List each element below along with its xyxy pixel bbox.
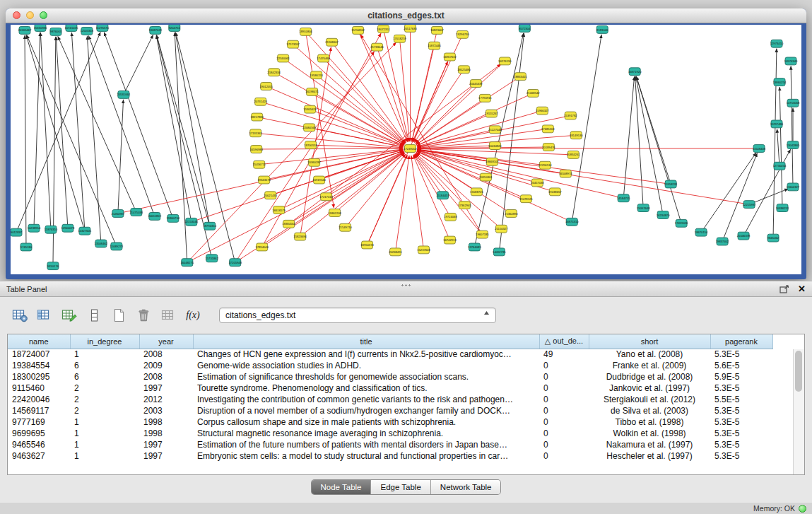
table-cell-in_degree[interactable]: 1 xyxy=(70,349,139,360)
table-cell-pagerank[interactable]: 5.3E-5 xyxy=(710,349,772,360)
table-cell-pagerank[interactable]: 5.3E-5 xyxy=(710,450,772,462)
graph-node[interactable]: 13860254 xyxy=(773,78,787,86)
graph-node[interactable]: 18794310 xyxy=(203,222,216,230)
table-cell-out_degree[interactable]: 0 xyxy=(539,382,589,394)
table-cell-out_degree[interactable]: 0 xyxy=(539,428,589,439)
row-height-button[interactable] xyxy=(84,306,104,325)
graph-node[interactable]: 11295570 xyxy=(96,25,110,31)
graph-node[interactable]: 18670154 xyxy=(695,228,708,236)
table-row[interactable]: 977716911998Corpus callosum shape and si… xyxy=(8,416,772,428)
table-row[interactable]: 1938455462009Genome-wide association stu… xyxy=(8,360,772,371)
table-cell-short[interactable]: Stergiakouli et al. (2012) xyxy=(589,394,710,405)
graph-node[interactable]: 17249402 xyxy=(404,145,417,153)
table-cell-year[interactable]: 2008 xyxy=(139,371,193,382)
graph-node[interactable]: 11548408 xyxy=(753,145,766,153)
graph-node[interactable]: 13042865 xyxy=(787,141,800,149)
table-cell-in_degree[interactable]: 1 xyxy=(70,416,139,428)
graph-node[interactable]: 15958231 xyxy=(664,180,678,188)
graph-node[interactable]: 18668107 xyxy=(486,158,499,165)
graph-node[interactable]: 20950301 xyxy=(479,173,493,181)
graph-node[interactable]: 10238954 xyxy=(28,224,41,232)
function-builder-button[interactable]: f(x) xyxy=(183,306,203,325)
table-row[interactable]: 2242004622012Investigating the contribut… xyxy=(8,394,772,405)
table-cell-short[interactable]: Wolkin et al. (1998) xyxy=(589,428,710,439)
graph-node[interactable]: 19837402 xyxy=(716,238,729,245)
close-panel-button[interactable]: ✕ xyxy=(798,284,806,293)
close-button[interactable] xyxy=(13,11,20,19)
graph-node[interactable]: 18910804 xyxy=(299,28,312,35)
graph-node[interactable]: 15089273 xyxy=(110,243,124,250)
graph-node[interactable]: 19038657 xyxy=(548,188,562,196)
graph-node[interactable]: 16616579 xyxy=(272,206,286,214)
graph-node[interactable]: 12764089 xyxy=(468,243,481,251)
graph-node[interactable]: 17685203 xyxy=(541,125,555,133)
table-row[interactable]: 1872400712008Changes of HCN gene express… xyxy=(8,349,772,360)
graph-node[interactable]: 21227044 xyxy=(488,126,502,134)
graph-node[interactable]: 19012055 xyxy=(259,83,273,90)
graph-node[interactable]: 16198471 xyxy=(305,88,319,95)
graph-node[interactable]: 11876310 xyxy=(45,226,58,233)
table-cell-in_degree[interactable]: 1 xyxy=(70,450,139,462)
graph-node[interactable]: 12215987 xyxy=(743,201,756,209)
graph-node[interactable]: 10974349 xyxy=(784,57,798,65)
table-cell-title[interactable]: Estimation of the future numbers of pati… xyxy=(193,439,539,450)
table-row[interactable]: 911546021997Tourette syndrome. Phenomeno… xyxy=(8,382,772,394)
graph-node[interactable]: 15704962 xyxy=(351,26,365,34)
graph-node[interactable]: 16457038 xyxy=(531,179,544,187)
graph-node[interactable]: 20021433 xyxy=(264,192,277,199)
table-cell-in_degree[interactable]: 2 xyxy=(70,405,139,416)
table-cell-out_degree[interactable]: 0 xyxy=(539,416,589,428)
graph-node[interactable]: 15391782 xyxy=(564,112,577,119)
graph-node[interactable]: 17790915 xyxy=(478,94,492,102)
graph-node[interactable]: 22084569 xyxy=(302,124,316,132)
table-cell-in_degree[interactable]: 6 xyxy=(70,360,139,371)
table-cell-name[interactable]: 9777169 xyxy=(8,416,70,428)
table-cell-name[interactable]: 14569117 xyxy=(8,405,70,416)
table-cell-year[interactable]: 2009 xyxy=(139,360,193,371)
graph-node[interactable]: 18833415 xyxy=(514,73,527,81)
graph-node[interactable]: 22296514 xyxy=(539,161,552,169)
graph-node[interactable]: 19586153 xyxy=(310,71,323,79)
graph-node[interactable]: 15588726 xyxy=(470,188,483,196)
graph-node[interactable]: 20189476 xyxy=(542,144,555,151)
table-cell-name[interactable]: 19384554 xyxy=(8,360,70,371)
table-row[interactable]: 969969511998Structural magnetic resonanc… xyxy=(8,428,772,439)
graph-node[interactable]: 21068542 xyxy=(526,89,540,97)
graph-node[interactable]: 19296730 xyxy=(456,30,469,38)
graph-node[interactable]: 8572304 xyxy=(519,25,531,32)
graph-node[interactable]: 13508462 xyxy=(95,240,108,247)
graph-node[interactable]: 12730454 xyxy=(773,162,787,170)
graph-node[interactable]: 21908607 xyxy=(325,38,339,46)
table-cell-name[interactable]: 9115460 xyxy=(8,382,70,394)
graph-node[interactable]: 9350176 xyxy=(47,262,59,270)
table-cell-pagerank[interactable]: 5.3E-5 xyxy=(710,382,772,394)
table-cell-pagerank[interactable]: 5.3E-5 xyxy=(710,428,772,439)
graph-node[interactable]: 19862208 xyxy=(328,209,341,217)
graph-node[interactable]: 14327605 xyxy=(78,227,92,235)
column-header-name[interactable]: name xyxy=(8,334,70,349)
graph-node[interactable]: 16508974 xyxy=(559,170,572,177)
graph-node[interactable]: 21364890 xyxy=(505,210,518,218)
table-cell-short[interactable]: Hescheler et al. (1997) xyxy=(589,450,710,462)
table-cell-title[interactable]: Corpus callosum shape and size in male p… xyxy=(193,416,539,428)
table-cell-out_degree[interactable]: 0 xyxy=(539,371,589,382)
table-cell-out_degree[interactable]: 0 xyxy=(539,450,589,462)
graph-node[interactable]: 21260987 xyxy=(112,210,125,218)
panel-splitter-handle[interactable] xyxy=(401,284,412,288)
table-cell-title[interactable]: Structural magnetic resonance image aver… xyxy=(193,428,539,439)
table-cell-year[interactable]: 2012 xyxy=(139,394,193,405)
graph-node[interactable]: 17018259 xyxy=(393,35,406,42)
table-cell-pagerank[interactable]: 5.3E-5 xyxy=(710,405,772,416)
graph-node[interactable]: 17470460 xyxy=(317,54,330,62)
graph-node[interactable]: 15184457 xyxy=(436,192,449,199)
graph-node[interactable]: 19724068 xyxy=(444,213,457,221)
graph-node[interactable]: 20268491 xyxy=(389,248,402,256)
graph-node[interactable]: 15966327 xyxy=(536,107,549,115)
table-cell-name[interactable]: 9699695 xyxy=(8,428,70,439)
graph-node[interactable]: 17894046 xyxy=(255,243,269,251)
edit-columns-button[interactable] xyxy=(59,306,79,325)
table-selector[interactable]: citations_edges.txt xyxy=(219,308,496,323)
graph-node[interactable]: 11297486 xyxy=(770,120,784,128)
minimize-button[interactable] xyxy=(26,11,34,19)
table-cell-short[interactable]: de Silva et al. (2003) xyxy=(589,405,710,416)
